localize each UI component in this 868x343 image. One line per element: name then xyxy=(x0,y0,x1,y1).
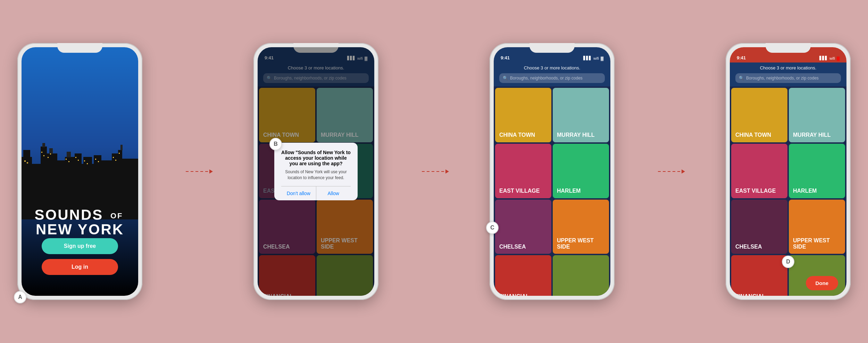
loc-title-d: Choose 3 or more locations. xyxy=(735,65,841,70)
cell-east-village-d[interactable]: EAST VILLAGE xyxy=(731,144,787,198)
modal-wrapper: B Allow "Sounds of New York to access yo… xyxy=(274,143,358,201)
loc-search-c[interactable]: 🔍 Boroughs, neighborhoods, or zip codes xyxy=(499,73,605,83)
svg-rect-33 xyxy=(113,157,114,158)
svg-rect-30 xyxy=(87,163,88,164)
cell-label: MURRAY HILL xyxy=(793,132,831,138)
time-d: 9:41 xyxy=(737,55,746,60)
cell-label: FINANCIAL DISTRICT xyxy=(735,293,783,296)
modal-overlay-b: B Allow "Sounds of New York to access yo… xyxy=(258,47,374,296)
cell-label: EAST VILLAGE xyxy=(499,188,540,194)
signup-button[interactable]: Sign up free xyxy=(42,238,118,254)
arrow-3 xyxy=(656,168,684,175)
search-icon-c: 🔍 xyxy=(503,76,508,81)
phone-d: 9:41 ▋▋▋ wifi ▓ Choose 3 or more locatio… xyxy=(726,43,851,300)
modal-buttons-b: Don't allow Allow xyxy=(281,186,351,200)
cell-east-village-c[interactable]: EAST VILLAGE xyxy=(495,144,551,198)
screen-splash: SOUNDS OF NEW YORK Sign up free Log in xyxy=(22,47,138,296)
svg-rect-19 xyxy=(24,160,26,162)
phone-a: SOUNDS OF NEW YORK Sign up free Log in A xyxy=(17,43,142,300)
annotation-c: C xyxy=(486,221,499,234)
svg-rect-26 xyxy=(68,161,69,162)
svg-rect-4 xyxy=(42,143,45,147)
splash-newyork: NEW YORK xyxy=(22,222,138,237)
arrow-1 xyxy=(184,168,212,175)
cell-harlem-d[interactable]: HARLEM xyxy=(789,144,845,198)
loc-header-c: Choose 3 or more locations. 🔍 Boroughs, … xyxy=(494,62,610,86)
svg-rect-6 xyxy=(49,148,53,154)
battery-icon-d: ▓ xyxy=(837,56,840,60)
splash-sounds: SOUNDS OF xyxy=(22,208,138,222)
wifi-icon-d: wifi xyxy=(829,56,835,60)
phone-c-inner: 9:41 ▋▋▋ wifi ▓ Choose 3 or more locatio… xyxy=(494,47,610,296)
phone-b-inner: 9:41 ▋▋▋ wifi ▓ Choose 3 or more locatio… xyxy=(258,47,374,296)
modal-dont-allow-btn[interactable]: Don't allow xyxy=(281,186,316,200)
cell-harlem-c[interactable]: HARLEM xyxy=(553,144,609,198)
svg-rect-22 xyxy=(43,155,44,156)
cell-label: UPPER WEST SIDE xyxy=(557,237,605,250)
modal-allow-btn[interactable]: Allow xyxy=(316,186,351,200)
modal-box-b: Allow "Sounds of New York to access your… xyxy=(274,143,358,201)
cell-upper-west-c[interactable]: UPPER WEST SIDE xyxy=(553,200,609,254)
cell-label: HARLEM xyxy=(793,188,817,194)
svg-rect-20 xyxy=(27,162,28,164)
annotation-a: A xyxy=(14,291,26,303)
cell-chelsea-d[interactable]: CHELSEA xyxy=(731,200,787,254)
cell-murray-hill-c[interactable]: MURRAY HILL xyxy=(553,88,609,142)
loc-search-d[interactable]: 🔍 Boroughs, neighborhoods, or zip codes xyxy=(735,73,841,83)
svg-rect-25 xyxy=(66,159,67,160)
cell-china-town-d[interactable]: CHINA TOWN xyxy=(731,88,787,142)
svg-rect-32 xyxy=(98,161,99,162)
svg-rect-29 xyxy=(84,160,85,161)
cell-label: CHELSEA xyxy=(735,244,762,250)
svg-rect-31 xyxy=(95,159,96,160)
splash-buttons: Sign up free Log in xyxy=(22,238,138,275)
cell-central-park-c[interactable]: CENTRAL PARK xyxy=(553,255,609,296)
svg-rect-1 xyxy=(23,150,30,157)
screen-location-b: Choose 3 or more locations. 🔍 Boroughs, … xyxy=(258,62,374,296)
scene: SOUNDS OF NEW YORK Sign up free Log in A xyxy=(17,15,851,328)
phone-c: 9:41 ▋▋▋ wifi ▓ Choose 3 or more locatio… xyxy=(490,43,615,300)
screen-location-c: Choose 3 or more locations. 🔍 Boroughs, … xyxy=(494,62,610,296)
svg-rect-17 xyxy=(120,145,123,150)
cell-label: CHINA TOWN xyxy=(735,132,771,138)
cell-label: MURRAY HILL xyxy=(557,132,594,138)
search-placeholder-c: Boroughs, neighborhoods, or zip codes xyxy=(510,76,583,81)
search-placeholder-d: Boroughs, neighborhoods, or zip codes xyxy=(746,76,819,81)
annotation-b: B xyxy=(269,138,282,150)
notch-d xyxy=(766,43,811,53)
annotation-d: D xyxy=(782,256,794,268)
signal-icon-d: ▋▋▋ xyxy=(819,56,828,60)
cell-label: UPPER WEST SIDE xyxy=(793,237,841,250)
status-icons-d: ▋▋▋ wifi ▓ xyxy=(819,56,840,60)
svg-rect-21 xyxy=(41,152,42,153)
svg-rect-34 xyxy=(115,160,116,161)
cell-financial-d[interactable]: FINANCIAL DISTRICT xyxy=(731,255,787,296)
cell-label: HARLEM xyxy=(557,188,581,194)
cell-label: FINANCIAL DISTRICT xyxy=(499,293,547,296)
phone-b: 9:41 ▋▋▋ wifi ▓ Choose 3 or more locatio… xyxy=(253,43,378,300)
svg-rect-27 xyxy=(75,157,76,158)
cell-label: CHELSEA xyxy=(499,244,526,250)
cell-murray-hill-d[interactable]: MURRAY HILL xyxy=(789,88,845,142)
svg-rect-24 xyxy=(50,153,51,154)
modal-body-b: Sounds of New York will use your locatio… xyxy=(281,169,351,181)
svg-rect-35 xyxy=(119,153,120,154)
loc-grid-c: CHINA TOWN MURRAY HILL EAST VILLAGE HARL… xyxy=(494,86,610,296)
status-icons-c: ▋▋▋ wifi ▓ xyxy=(583,56,603,60)
svg-rect-23 xyxy=(48,157,49,158)
splash-title: SOUNDS OF NEW YORK xyxy=(22,208,138,237)
notch-c xyxy=(529,43,575,53)
cell-chelsea-c[interactable]: CHELSEA xyxy=(495,200,551,254)
svg-rect-28 xyxy=(78,160,79,161)
cell-financial-c[interactable]: FINANCIAL DISTRICT xyxy=(495,255,551,296)
cell-china-town-c[interactable]: CHINA TOWN xyxy=(495,88,551,142)
phone-a-inner: SOUNDS OF NEW YORK Sign up free Log in xyxy=(22,47,138,296)
arrow-2 xyxy=(420,168,448,175)
time-c: 9:41 xyxy=(501,55,510,60)
done-button[interactable]: Done xyxy=(806,276,838,290)
svg-rect-9 xyxy=(67,152,71,157)
arrow-line-1 xyxy=(186,171,210,172)
loc-title-c: Choose 3 or more locations. xyxy=(499,65,605,70)
login-button[interactable]: Log in xyxy=(42,259,118,275)
cell-upper-west-d[interactable]: UPPER WEST SIDE xyxy=(789,200,845,254)
